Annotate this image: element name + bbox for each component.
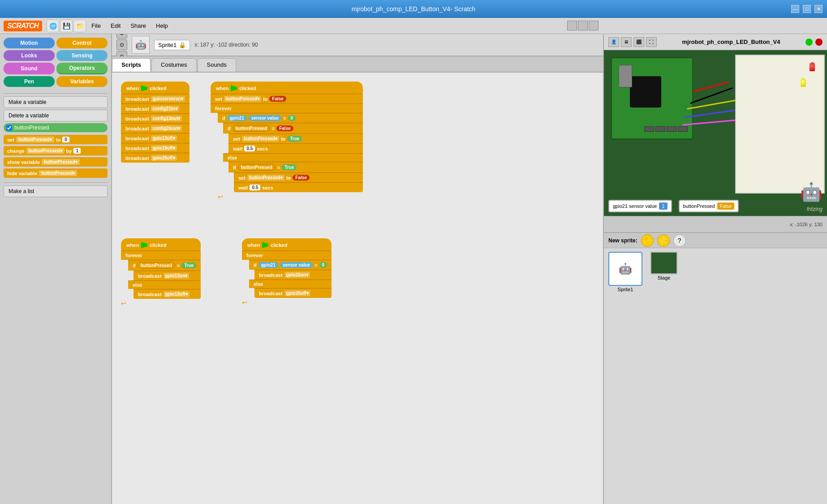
set-true[interactable]: set buttonPressed▾ to True xyxy=(228,134,363,143)
make-list-button[interactable]: Make a list xyxy=(4,185,108,197)
when-clicked-hat-2[interactable]: when clicked xyxy=(211,82,363,94)
motion-button[interactable]: Motion xyxy=(4,38,55,48)
wait-05-1[interactable]: wait 0.5 secs xyxy=(228,143,363,153)
minimize-button[interactable]: — xyxy=(791,5,799,13)
hide-var-block[interactable]: hide variable buttonPressed▾ xyxy=(4,168,108,178)
broadcast-2[interactable]: broadcast config21in▾ xyxy=(121,103,190,113)
if-buttonpressed-false[interactable]: if buttonPressed = False xyxy=(223,123,363,134)
folder-icon[interactable]: 📁 xyxy=(73,20,86,32)
change-block[interactable]: change buttonPressed▾ by 1 xyxy=(4,146,108,155)
sensor-values-overlay: gpio21 sensor value 1 buttonPressed Fals… xyxy=(608,200,739,212)
when-clicked-hat-4[interactable]: when clicked xyxy=(242,238,332,250)
breadboard-holes: // This will be rendered via CSS xyxy=(736,56,824,63)
broadcast-gpio26off[interactable]: broadcast gpio26off▾ xyxy=(254,288,332,298)
paint-new-sprite-button[interactable]: ✨ xyxy=(641,234,654,247)
forever-3[interactable]: forever xyxy=(242,250,332,260)
file-menu[interactable]: File xyxy=(87,21,105,31)
show-var-label: buttonPressed▾ xyxy=(42,159,80,165)
broadcast-6[interactable]: broadcast gpio19off▾ xyxy=(121,143,190,153)
make-variable-button[interactable]: Make a variable xyxy=(4,96,108,108)
if-buttonpressed-true-2[interactable]: if buttonPressed = True xyxy=(128,260,201,271)
broadcast-val-3: config13out▾ xyxy=(151,116,182,121)
when-clicked-hat-3[interactable]: when clicked xyxy=(121,238,201,250)
broadcast-gpio13off[interactable]: broadcast gpio13off▾ xyxy=(134,289,201,299)
pen-button[interactable]: Pen xyxy=(4,76,55,87)
stage-thumb[interactable]: Stage xyxy=(647,252,681,292)
category-buttons: Motion Control Looks Sensing Sound Opera… xyxy=(4,38,108,87)
broadcast-5[interactable]: broadcast gpio13off▾ xyxy=(121,133,190,143)
change-var-label: buttonPressed▾ xyxy=(26,148,65,154)
menu-bar: SCRATCH 🌐 💾 📁 File Edit Share Help xyxy=(0,18,827,34)
title-bar: mjrobot_ph_comp_LED_Button_V4- Scratch —… xyxy=(0,0,827,18)
zoom-reset-icon[interactable]: ⊙ xyxy=(116,39,127,50)
broadcast-3[interactable]: broadcast config13out▾ xyxy=(121,113,190,123)
control-button[interactable]: Control xyxy=(56,38,108,48)
var-checkbox-row[interactable]: buttonPressed xyxy=(4,123,108,132)
if-gpio21[interactable]: if gpio21 sensor value = 0 xyxy=(218,113,363,123)
expand-icon[interactable]: ⬛ xyxy=(633,37,644,47)
share-menu[interactable]: Share xyxy=(126,21,151,31)
sprite-coords: x: 187 y: -102 direction: 90 xyxy=(194,42,258,48)
when-clicked-hat-1[interactable]: when clicked xyxy=(121,82,190,94)
tabs-row: Scripts Costumes Sounds xyxy=(112,56,603,73)
broadcast-gpio26on[interactable]: broadcast gpio26on▾ xyxy=(254,270,332,280)
button-pressed-label: buttonPressed xyxy=(683,203,715,209)
tab-sounds[interactable]: Sounds xyxy=(198,58,236,72)
edit-menu[interactable]: Edit xyxy=(106,21,125,31)
broadcast-4[interactable]: broadcast config26out▾ xyxy=(121,123,190,133)
broadcast-7[interactable]: broadcast gpio26off▾ xyxy=(121,153,190,163)
stage-header: 👤 🖥 ⬛ ⛶ mjrobot_ph_comp_LED_Button_V4 xyxy=(604,34,827,50)
sprite-thumb-sprite1[interactable]: 🤖 Sprite1 xyxy=(607,252,643,292)
forever-2[interactable]: forever xyxy=(121,250,201,260)
stage-view-icon[interactable]: 🖥 xyxy=(621,37,632,47)
globe-icon[interactable]: 🌐 xyxy=(47,20,59,32)
show-var-block[interactable]: show variable buttonPressed▾ xyxy=(4,157,108,167)
tab-costumes[interactable]: Costumes xyxy=(151,58,197,72)
set-false-2[interactable]: set buttonPressed▾ to False xyxy=(234,172,363,182)
forever-1[interactable]: forever xyxy=(211,103,363,113)
gpio-sensor-box: gpio21 sensor value 1 xyxy=(608,200,672,212)
help-sprite-button[interactable]: ? xyxy=(673,234,686,247)
variables-button[interactable]: Variables xyxy=(56,76,108,87)
usb-port-4 xyxy=(678,126,688,132)
script-group-2: when clicked set buttonPressed▾ to False… xyxy=(211,82,363,200)
stage-bottom: x: -1026 y: 130 xyxy=(604,216,827,232)
change-val: 1 xyxy=(73,148,81,154)
sensing-button[interactable]: Sensing xyxy=(56,50,108,61)
set-val: 0 xyxy=(62,137,69,142)
set-var-label: buttonPressed▾ xyxy=(16,137,54,142)
close-button[interactable]: ✕ xyxy=(814,5,823,13)
stage-view-controls: 👤 🖥 ⬛ ⛶ xyxy=(608,37,657,47)
stage-title: mjrobot_ph_comp_LED_Button_V4 xyxy=(682,39,780,45)
set-buttonpressed-false[interactable]: set buttonPressed▾ to False xyxy=(211,94,363,103)
green-flag-button[interactable] xyxy=(805,39,813,46)
person-icon[interactable]: 👤 xyxy=(608,37,619,47)
star-sprite-button[interactable]: ⭐ xyxy=(657,234,670,247)
looks-button[interactable]: Looks xyxy=(4,50,55,61)
broadcast-gpio13on[interactable]: broadcast gpio13on▾ xyxy=(134,271,201,280)
operators-button[interactable]: Operators xyxy=(56,63,108,74)
broadcast-1[interactable]: broadcast gpioserveron▾ xyxy=(121,94,190,103)
rpi-board xyxy=(611,57,693,140)
wait-05-2[interactable]: wait 0.5 secs xyxy=(234,182,363,192)
script-group-4: when clicked forever if gpio21 sensor va… xyxy=(242,238,332,306)
save-icon[interactable]: 💾 xyxy=(60,20,73,32)
scripts-canvas[interactable]: when clicked broadcast gpioserveron▾ bro… xyxy=(112,73,603,504)
maximize-button[interactable]: □ xyxy=(803,5,811,13)
forever-arrow-1: ↩ xyxy=(218,193,363,200)
sprite1-label: Sprite1 xyxy=(618,287,633,292)
sound-button[interactable]: Sound xyxy=(4,63,55,74)
var-checkbox[interactable] xyxy=(6,125,12,131)
stop-button[interactable] xyxy=(815,39,823,46)
fullscreen-icon[interactable]: ⛶ xyxy=(646,37,657,47)
if-gpio21-2[interactable]: if gpio21 sensor value = 0 xyxy=(249,260,332,270)
stage-display: // This will be rendered via CSS 🤖 g xyxy=(604,50,827,216)
forever-arrow-4: ↩ xyxy=(242,299,332,306)
zoom-in-icon[interactable]: ⊕ xyxy=(116,34,127,39)
delete-variable-button[interactable]: Delete a variable xyxy=(4,110,108,121)
help-menu[interactable]: Help xyxy=(151,21,172,31)
sidebar: Motion Control Looks Sensing Sound Opera… xyxy=(0,34,112,504)
set-block[interactable]: set buttonPressed▾ to 0 xyxy=(4,135,108,144)
if-buttonpressed-true[interactable]: if buttonPressed = True xyxy=(228,162,363,172)
tab-scripts[interactable]: Scripts xyxy=(112,58,151,72)
